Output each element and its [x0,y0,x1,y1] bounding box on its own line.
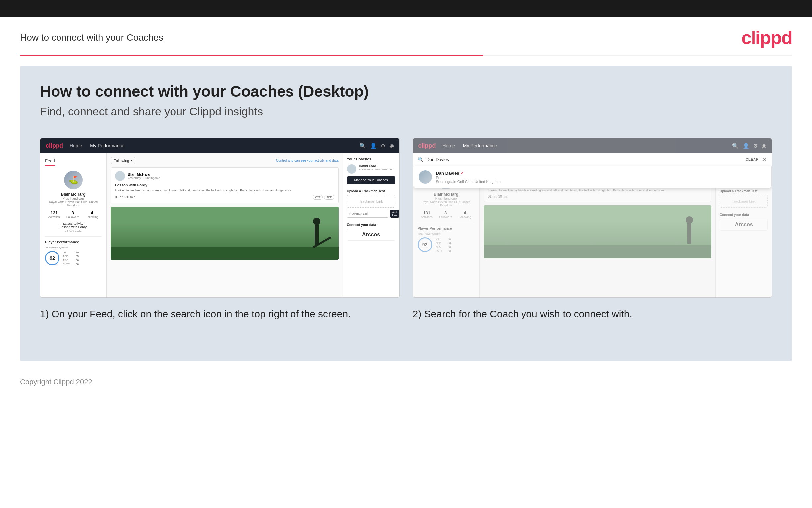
tag-row: OTT APP [313,195,334,200]
app-nav-2: clippd Home My Performance 🔍 👤 ⚙ ◉ [413,138,772,153]
clippd-logo: clippd [741,27,792,48]
arccos-integration[interactable]: Arccos [347,228,395,241]
profile-handicap: Plus Handicap [45,197,102,200]
footer: Copyright Clippd 2022 [0,371,812,393]
app-middle-1: Following ▾ Control who can see your act… [107,153,343,297]
avatar: ⛳ [64,171,83,189]
trackman-section: Upload a Trackman Test Trackman Link Add… [347,189,395,218]
mock-app-1: clippd Home My Performance 🔍 👤 ⚙ ◉ [40,138,399,298]
search-icon[interactable]: 🔍 [359,143,366,149]
bar-putt: PUTT 96 [63,263,79,266]
coach-item-david: David Ford Royal North Devon Golf Club [347,164,395,174]
profile-club: Royal North Devon Golf Club, United King… [45,200,102,207]
control-link[interactable]: Control who can see your activity and da… [276,159,338,162]
user-icon-2: 👤 [743,143,749,149]
top-bar [0,0,812,17]
main-content: How to connect with your Coaches (Deskto… [20,66,792,361]
stat-activities: 131 Activities [48,210,60,219]
duration-row: 01 hr : 30 min OTT APP [115,195,334,200]
nav-my-performance[interactable]: My Performance [90,143,124,149]
search-bar: 🔍 Dan Davies CLEAR ✕ [413,153,772,166]
search-overlay: 🔍 Dan Davies CLEAR ✕ Dan Davies ✓ [413,153,772,188]
screenshot-panel-1: clippd Home My Performance 🔍 👤 ⚙ ◉ [40,138,399,321]
mock-app-2: clippd Home My Performance 🔍 👤 ⚙ ◉ [413,138,772,298]
lesson-card: Blair McHarg Yesterday · Sunningdale Les… [111,167,339,203]
profile-stats: 131 Activities 3 Followers 4 Following [45,210,102,219]
clear-button[interactable]: CLEAR [746,157,759,161]
bar-app: APP 85 [63,255,79,258]
nav-home[interactable]: Home [70,143,82,149]
screenshot-panel-2: clippd Home My Performance 🔍 👤 ⚙ ◉ [413,138,772,321]
page-title: How to connect with your Coaches [20,32,163,43]
score-circle: 92 [45,251,59,265]
golf-photo [111,207,339,260]
trackman-link-input[interactable] [347,210,388,218]
manage-coaches-button[interactable]: Manage Your Coaches [347,176,395,184]
app-nav-links: Home My Performance [70,143,124,149]
user-icon[interactable]: 👤 [370,143,377,149]
search-results: Dan Davies ✓ Pro Sunningdale Golf Club, … [413,166,772,188]
profile-name: Blair McHarg [45,192,102,197]
avatar-icon-2: ◉ [762,143,766,149]
settings-icon-2: ⚙ [753,143,758,149]
david-avatar [347,164,356,174]
stat-following: 4 Following [86,210,98,219]
following-button[interactable]: Following ▾ [111,157,135,164]
coach-avatar [115,171,125,181]
step1-caption: 1) On your Feed, click on the search ico… [40,307,399,321]
app-left-1: Feed ⛳ Blair McHarg Plus Handicap Royal … [40,153,107,297]
golfer-head [313,218,321,225]
profile-section: ⛳ Blair McHarg Plus Handicap Royal North… [45,171,102,232]
following-row: Following ▾ Control who can see your act… [111,157,339,164]
app-logo-2: clippd [419,142,436,150]
avatar-icon[interactable]: ◉ [389,143,394,149]
add-link-button[interactable]: Add Link [390,210,399,218]
settings-icon[interactable]: ⚙ [381,143,385,149]
header-divider [20,55,792,56]
perf-bars: OTT 90 APP 85 [63,251,79,267]
search-icon-overlay: 🔍 [418,157,423,162]
close-search-button[interactable]: ✕ [762,156,767,163]
bar-ott: OTT 90 [63,251,79,254]
bar-arg: ARG 86 [63,259,79,262]
step2-caption: 2) Search for the Coach you wish to conn… [413,307,772,321]
verified-icon: ✓ [461,171,464,175]
app-body-1: Feed ⛳ Blair McHarg Plus Handicap Royal … [40,153,399,297]
golfer-body [315,221,319,245]
search-input[interactable]: Dan Davies [427,157,742,162]
main-subtitle: Find, connect and share your Clippd insi… [40,105,772,118]
lesson-coach: Blair McHarg Yesterday · Sunningdale [115,171,334,181]
feed-label: Feed [45,158,55,166]
search-icon-2: 🔍 [732,143,738,149]
result-avatar [419,170,432,184]
latest-activity: Latest Activity Lesson with Fordy 03 Aug… [45,222,102,232]
screenshots-row: clippd Home My Performance 🔍 👤 ⚙ ◉ [40,138,772,321]
header: How to connect with your Coaches clippd [0,17,812,55]
app-logo: clippd [46,142,63,150]
search-result-dan-davies[interactable]: Dan Davies ✓ Pro Sunningdale Golf Club, … [414,166,772,187]
app-right-1: Your Coaches David Ford Royal North Devo… [343,153,399,297]
connect-data-section: Connect your data Arccos [347,223,395,241]
copyright-text: Copyright Clippd 2022 [20,378,92,386]
stat-followers: 3 Followers [66,210,80,219]
main-title: How to connect with your Coaches (Deskto… [40,83,772,100]
app-nav-1: clippd Home My Performance 🔍 👤 ⚙ ◉ [40,138,399,153]
app-nav-icons: 🔍 👤 ⚙ ◉ [359,143,394,149]
avatar-silhouette: ⛳ [64,171,83,189]
player-performance: Player Performance Total Player Quality … [45,236,102,267]
